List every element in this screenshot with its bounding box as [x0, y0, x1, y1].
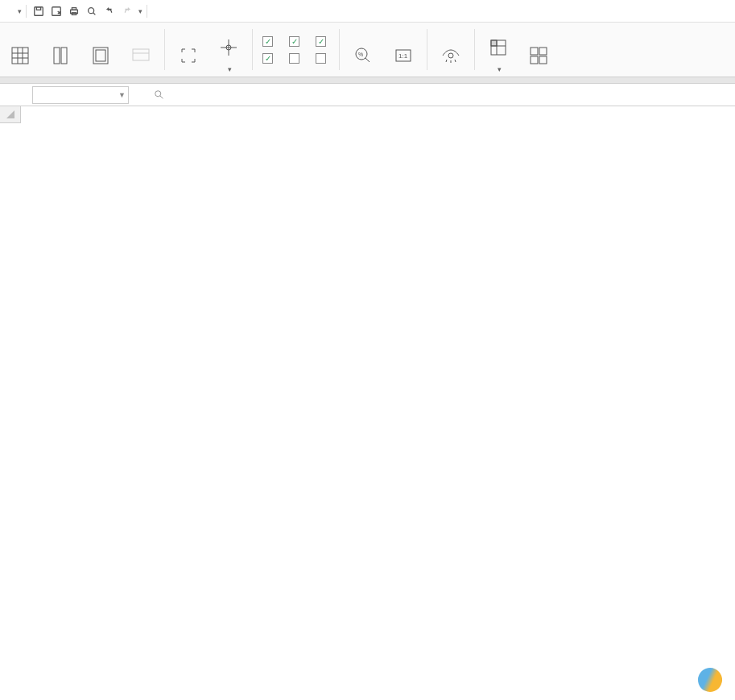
separator — [427, 29, 427, 70]
zoom-icon: % — [353, 45, 374, 66]
hamburger-icon[interactable] — [2, 8, 14, 14]
spacer — [0, 77, 735, 84]
freeze-icon — [488, 37, 509, 58]
svg-rect-30 — [531, 48, 538, 55]
svg-point-6 — [89, 7, 94, 13]
zoom-button[interactable]: % — [343, 23, 383, 77]
view-group — [0, 23, 161, 77]
svg-rect-32 — [531, 56, 538, 64]
search-icon[interactable] — [153, 89, 166, 101]
separator — [26, 5, 27, 18]
undo-icon[interactable] — [101, 3, 118, 19]
watermark-logo-icon — [695, 665, 725, 695]
svg-rect-31 — [539, 48, 547, 55]
checkbox-icon — [289, 36, 299, 47]
pagelayout-icon — [90, 45, 111, 66]
svg-rect-0 — [35, 6, 43, 15]
customview-button — [121, 23, 161, 77]
svg-text:%: % — [358, 52, 363, 57]
chevron-down-icon[interactable]: ▾ — [138, 7, 142, 15]
svg-rect-2 — [52, 6, 61, 15]
pagebreak-button[interactable] — [40, 23, 81, 77]
print-preview-icon[interactable] — [84, 3, 100, 19]
svg-rect-7 — [12, 48, 28, 64]
freeze-button[interactable]: ▾ — [478, 23, 518, 77]
readmode-button[interactable]: ▾ — [209, 23, 249, 77]
pagebreak-icon — [50, 45, 71, 66]
formula-bar: ▼ — [0, 84, 735, 106]
svg-point-25 — [448, 53, 453, 58]
pagelayout-button[interactable] — [81, 23, 121, 77]
svg-rect-13 — [61, 48, 67, 64]
fullscreen-icon — [178, 45, 199, 66]
svg-rect-1 — [36, 6, 40, 10]
grid-icon — [10, 45, 31, 66]
menu-bar: ▾ ▾ — [0, 0, 735, 23]
redo-icon[interactable] — [119, 3, 135, 19]
chevron-down-icon: ▾ — [18, 7, 22, 15]
svg-rect-4 — [72, 7, 76, 10]
separator — [164, 29, 165, 70]
separator — [252, 29, 253, 70]
name-box[interactable]: ▼ — [32, 86, 129, 104]
normal-view-button[interactable] — [0, 23, 40, 77]
checkbox-icon — [289, 53, 299, 64]
checkbox-icon — [316, 53, 326, 64]
formula-input[interactable] — [172, 86, 735, 104]
zoom-100-button[interactable]: 1:1 — [383, 23, 423, 77]
save-as-icon[interactable] — [48, 3, 64, 19]
svg-rect-33 — [539, 56, 547, 64]
file-menu[interactable]: ▾ — [16, 7, 22, 15]
ribbon-toolbar: ▾ % 1:1 ▾ — [0, 23, 735, 77]
checkbox-icon — [262, 53, 273, 64]
checkbox-icon — [316, 36, 326, 47]
checks-col-3 — [309, 23, 336, 77]
svg-rect-12 — [54, 48, 60, 64]
svg-rect-16 — [133, 49, 149, 60]
svg-text:1:1: 1:1 — [398, 52, 408, 60]
fullscreen-button[interactable] — [168, 23, 209, 77]
gridlines-check[interactable] — [289, 36, 303, 47]
svg-rect-27 — [491, 40, 497, 46]
editbar-check[interactable] — [262, 36, 276, 47]
spreadsheet — [0, 106, 735, 700]
svg-rect-15 — [96, 50, 105, 61]
separator — [339, 29, 340, 70]
print-icon[interactable] — [66, 3, 82, 19]
separator — [474, 29, 475, 70]
rearrange-button[interactable] — [518, 23, 559, 77]
rearrange-icon — [528, 45, 549, 66]
save-icon[interactable] — [31, 3, 47, 19]
printgrid-check[interactable] — [289, 53, 303, 64]
checks-col-2 — [283, 23, 309, 77]
watermark — [698, 668, 727, 692]
freeze-label: ▾ — [496, 65, 502, 73]
eyecare-button[interactable] — [431, 23, 471, 77]
checkbox-icon — [262, 36, 273, 47]
rowcol-check[interactable] — [316, 36, 329, 47]
readmode-label: ▾ — [226, 65, 232, 73]
eye-icon — [440, 45, 461, 66]
chevron-down-icon[interactable]: ▼ — [118, 91, 126, 99]
svg-point-34 — [155, 90, 161, 96]
taskpane-check[interactable] — [262, 53, 276, 64]
printrowcol-check[interactable] — [316, 53, 329, 64]
checks-col-1 — [256, 23, 283, 77]
customview-icon — [130, 45, 151, 66]
one-to-one-icon: 1:1 — [393, 45, 414, 66]
separator — [147, 5, 147, 18]
select-all-corner[interactable] — [0, 106, 21, 123]
crosshair-icon — [218, 37, 239, 58]
